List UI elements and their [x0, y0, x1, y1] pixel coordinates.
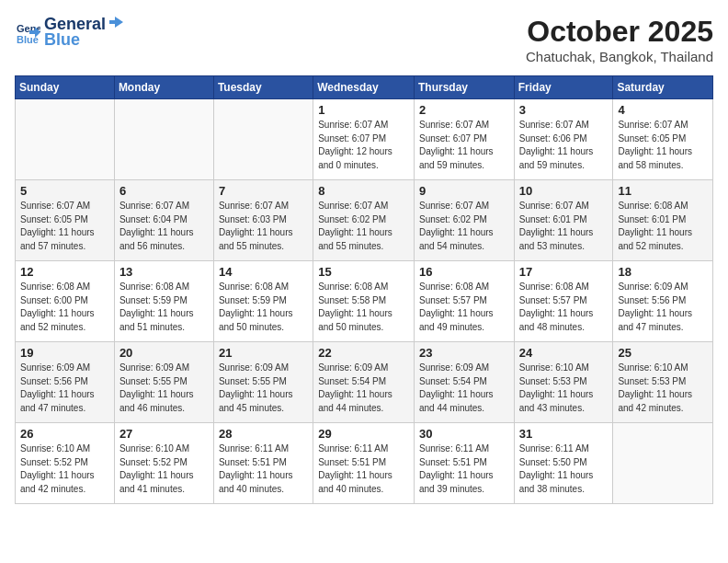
day-info: Sunrise: 6:07 AM Sunset: 6:03 PM Dayligh…	[219, 200, 308, 253]
day-info: Sunrise: 6:09 AM Sunset: 5:54 PM Dayligh…	[318, 362, 409, 415]
day-number: 16	[419, 265, 509, 279]
calendar-cell: 31Sunrise: 6:11 AM Sunset: 5:50 PM Dayli…	[514, 423, 613, 504]
day-number: 25	[618, 346, 708, 360]
calendar-cell: 23Sunrise: 6:09 AM Sunset: 5:54 PM Dayli…	[414, 342, 514, 423]
day-info: Sunrise: 6:09 AM Sunset: 5:56 PM Dayligh…	[618, 281, 708, 334]
calendar-cell: 13Sunrise: 6:08 AM Sunset: 5:59 PM Dayli…	[114, 261, 213, 342]
day-number: 10	[519, 184, 609, 198]
day-number: 13	[119, 265, 209, 279]
day-number: 8	[318, 184, 409, 198]
day-number: 6	[119, 184, 209, 198]
calendar-cell: 30Sunrise: 6:11 AM Sunset: 5:51 PM Dayli…	[414, 423, 514, 504]
day-info: Sunrise: 6:11 AM Sunset: 5:51 PM Dayligh…	[419, 442, 509, 496]
calendar-cell: 25Sunrise: 6:10 AM Sunset: 5:53 PM Dayli…	[613, 342, 713, 423]
calendar-cell: 4Sunrise: 6:07 AM Sunset: 6:05 PM Daylig…	[613, 99, 713, 180]
day-number: 15	[318, 265, 409, 279]
logo: General Blue General Blue	[15, 15, 126, 50]
day-number: 21	[219, 346, 308, 360]
calendar-cell: 16Sunrise: 6:08 AM Sunset: 5:57 PM Dayli…	[414, 261, 514, 342]
calendar-cell: 29Sunrise: 6:11 AM Sunset: 5:51 PM Dayli…	[313, 423, 415, 504]
calendar-cell: 8Sunrise: 6:07 AM Sunset: 6:02 PM Daylig…	[313, 180, 415, 261]
calendar-cell	[613, 423, 713, 504]
calendar-cell: 14Sunrise: 6:08 AM Sunset: 5:59 PM Dayli…	[213, 261, 313, 342]
day-info: Sunrise: 6:07 AM Sunset: 6:07 PM Dayligh…	[318, 119, 409, 172]
day-number: 11	[618, 184, 708, 198]
weekday-header-sunday: Sunday	[16, 76, 115, 99]
day-number: 31	[519, 427, 609, 441]
calendar-cell: 11Sunrise: 6:08 AM Sunset: 6:01 PM Dayli…	[613, 180, 713, 261]
day-info: Sunrise: 6:07 AM Sunset: 6:04 PM Dayligh…	[119, 200, 209, 253]
day-number: 3	[519, 103, 609, 117]
day-number: 14	[219, 265, 308, 279]
day-info: Sunrise: 6:07 AM Sunset: 6:05 PM Dayligh…	[20, 200, 109, 253]
day-info: Sunrise: 6:11 AM Sunset: 5:51 PM Dayligh…	[318, 442, 409, 496]
day-info: Sunrise: 6:11 AM Sunset: 5:50 PM Dayligh…	[519, 442, 609, 496]
day-info: Sunrise: 6:10 AM Sunset: 5:52 PM Dayligh…	[20, 442, 109, 496]
day-info: Sunrise: 6:07 AM Sunset: 6:07 PM Dayligh…	[419, 119, 509, 172]
calendar-week-4: 19Sunrise: 6:09 AM Sunset: 5:56 PM Dayli…	[16, 342, 713, 423]
day-info: Sunrise: 6:08 AM Sunset: 6:00 PM Dayligh…	[20, 281, 109, 334]
day-number: 24	[519, 346, 609, 360]
weekday-header-friday: Friday	[514, 76, 613, 99]
title-block: October 2025 Chatuchak, Bangkok, Thailan…	[526, 15, 713, 64]
calendar-cell: 15Sunrise: 6:08 AM Sunset: 5:58 PM Dayli…	[313, 261, 415, 342]
logo-arrow-icon	[108, 15, 124, 29]
day-info: Sunrise: 6:07 AM Sunset: 6:05 PM Dayligh…	[618, 119, 708, 172]
weekday-header-thursday: Thursday	[414, 76, 514, 99]
calendar-week-1: 1Sunrise: 6:07 AM Sunset: 6:07 PM Daylig…	[16, 99, 713, 180]
day-info: Sunrise: 6:10 AM Sunset: 5:53 PM Dayligh…	[519, 362, 609, 415]
calendar-table: SundayMondayTuesdayWednesdayThursdayFrid…	[15, 75, 713, 504]
day-number: 18	[618, 265, 708, 279]
calendar-cell: 1Sunrise: 6:07 AM Sunset: 6:07 PM Daylig…	[313, 99, 415, 180]
calendar-week-2: 5Sunrise: 6:07 AM Sunset: 6:05 PM Daylig…	[16, 180, 713, 261]
day-number: 9	[419, 184, 509, 198]
calendar-cell: 9Sunrise: 6:07 AM Sunset: 6:02 PM Daylig…	[414, 180, 514, 261]
day-number: 5	[20, 184, 109, 198]
day-info: Sunrise: 6:11 AM Sunset: 5:51 PM Dayligh…	[219, 442, 308, 496]
calendar-cell: 26Sunrise: 6:10 AM Sunset: 5:52 PM Dayli…	[16, 423, 115, 504]
day-info: Sunrise: 6:09 AM Sunset: 5:56 PM Dayligh…	[20, 362, 109, 415]
day-info: Sunrise: 6:08 AM Sunset: 6:01 PM Dayligh…	[618, 200, 708, 253]
calendar-cell: 21Sunrise: 6:09 AM Sunset: 5:55 PM Dayli…	[213, 342, 313, 423]
page-header: General Blue General Blue October 2025 C…	[15, 15, 713, 64]
weekday-header-wednesday: Wednesday	[313, 76, 415, 99]
day-number: 1	[318, 103, 409, 117]
day-number: 22	[318, 346, 409, 360]
svg-marker-3	[109, 17, 123, 28]
weekday-header-row: SundayMondayTuesdayWednesdayThursdayFrid…	[16, 76, 713, 99]
location: Chatuchak, Bangkok, Thailand	[526, 49, 713, 64]
day-number: 20	[119, 346, 209, 360]
calendar-cell: 18Sunrise: 6:09 AM Sunset: 5:56 PM Dayli…	[613, 261, 713, 342]
day-info: Sunrise: 6:09 AM Sunset: 5:54 PM Dayligh…	[419, 362, 509, 415]
day-number: 30	[419, 427, 509, 441]
calendar-cell	[16, 99, 115, 180]
day-number: 26	[20, 427, 109, 441]
calendar-week-3: 12Sunrise: 6:08 AM Sunset: 6:00 PM Dayli…	[16, 261, 713, 342]
day-number: 29	[318, 427, 409, 441]
day-number: 28	[219, 427, 308, 441]
calendar-cell: 24Sunrise: 6:10 AM Sunset: 5:53 PM Dayli…	[514, 342, 613, 423]
day-number: 23	[419, 346, 509, 360]
weekday-header-monday: Monday	[114, 76, 213, 99]
day-number: 2	[419, 103, 509, 117]
day-info: Sunrise: 6:10 AM Sunset: 5:52 PM Dayligh…	[119, 442, 209, 496]
day-info: Sunrise: 6:08 AM Sunset: 5:59 PM Dayligh…	[119, 281, 209, 334]
day-number: 12	[20, 265, 109, 279]
calendar-cell	[114, 99, 213, 180]
day-info: Sunrise: 6:10 AM Sunset: 5:53 PM Dayligh…	[618, 362, 708, 415]
calendar-cell: 22Sunrise: 6:09 AM Sunset: 5:54 PM Dayli…	[313, 342, 415, 423]
day-info: Sunrise: 6:07 AM Sunset: 6:02 PM Dayligh…	[419, 200, 509, 253]
day-info: Sunrise: 6:07 AM Sunset: 6:06 PM Dayligh…	[519, 119, 609, 172]
calendar-cell: 28Sunrise: 6:11 AM Sunset: 5:51 PM Dayli…	[213, 423, 313, 504]
day-info: Sunrise: 6:09 AM Sunset: 5:55 PM Dayligh…	[119, 362, 209, 415]
day-info: Sunrise: 6:08 AM Sunset: 5:59 PM Dayligh…	[219, 281, 308, 334]
day-info: Sunrise: 6:07 AM Sunset: 6:01 PM Dayligh…	[519, 200, 609, 253]
calendar-cell: 5Sunrise: 6:07 AM Sunset: 6:05 PM Daylig…	[16, 180, 115, 261]
day-number: 27	[119, 427, 209, 441]
day-number: 4	[618, 103, 708, 117]
month-title: October 2025	[526, 15, 713, 49]
calendar-cell: 7Sunrise: 6:07 AM Sunset: 6:03 PM Daylig…	[213, 180, 313, 261]
calendar-cell	[213, 99, 313, 180]
calendar-cell: 12Sunrise: 6:08 AM Sunset: 6:00 PM Dayli…	[16, 261, 115, 342]
calendar-cell: 20Sunrise: 6:09 AM Sunset: 5:55 PM Dayli…	[114, 342, 213, 423]
